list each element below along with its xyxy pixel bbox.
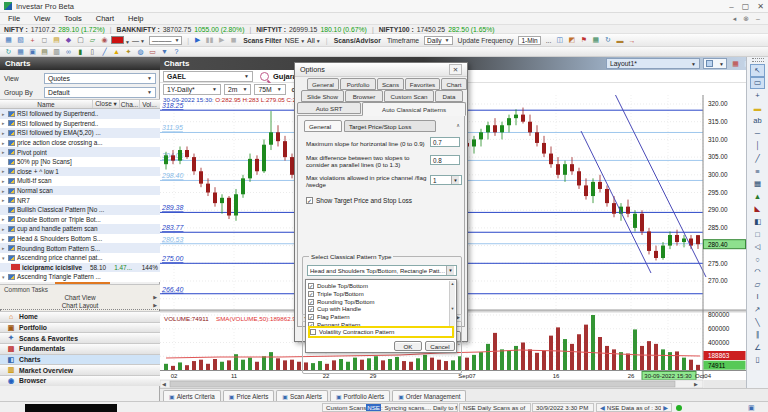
dialog-tab-scans[interactable]: Scans [377, 78, 404, 90]
range-combobox[interactable]: 2m▼ [224, 84, 251, 95]
scroll-left-icon[interactable]: ◂ [733, 15, 737, 23]
dialog-tab-auto-classical-patterns[interactable]: Auto Classical Patterns [362, 102, 466, 116]
bars-combobox[interactable]: 75M▼ [254, 84, 285, 95]
exit-icon[interactable]: → [626, 35, 637, 45]
mail-icon[interactable]: ▭ [147, 47, 158, 56]
scroll-left-icon[interactable]: ◀ [162, 381, 166, 387]
next-icon[interactable]: ▶ [663, 404, 668, 411]
scan-row[interactable]: ▸Head & Shoulders Bottom S... [0, 234, 160, 244]
sidebar-item-fundamentals[interactable]: ▤Fundamentals [0, 343, 160, 354]
drawing-tools-icon[interactable]: + [27, 35, 38, 45]
prev-icon[interactable]: ◀ [600, 404, 605, 411]
scan-row[interactable]: ▸RSI followed by EMA(5,20) ... [0, 128, 160, 138]
stop-icon[interactable]: ◼ [228, 35, 239, 45]
dialog-tab-favorites[interactable]: Favorites [405, 78, 440, 90]
notes-icon[interactable]: ▱ [87, 35, 98, 45]
dropdown-ok-button[interactable]: OK [394, 341, 422, 351]
accounts-icon[interactable]: ◫ [554, 35, 565, 45]
dialog-tab-portfolio[interactable]: Portfolio [340, 78, 376, 90]
menu-chart[interactable]: Chart [96, 14, 114, 23]
toolbar-grip[interactable] [752, 58, 764, 62]
scroll-right-icon[interactable]: ▶ [694, 381, 698, 387]
tab-price-alerts[interactable]: ▣Price Alerts [223, 390, 275, 401]
scroll-right-icon[interactable]: ▶ [457, 315, 460, 320]
crosshair-tool-icon[interactable]: + [750, 89, 765, 102]
channel-tool-icon[interactable]: ◧ [750, 215, 765, 228]
indicator-picker-icon[interactable]: ▤ [51, 35, 62, 45]
sync-icon[interactable]: ↻ [602, 35, 613, 45]
dialog-tab-general[interactable]: General [307, 78, 339, 90]
pattern-scan-tool-icon[interactable]: ▦ [750, 177, 765, 190]
scan-row[interactable]: ▸Multi-tf scan [0, 176, 160, 186]
alert-warning-icon[interactable]: ▲ [111, 47, 122, 56]
column-name[interactable]: Name [0, 100, 93, 108]
arrow-tool-icon[interactable]: ↗ [750, 303, 765, 316]
hscroll-thumb[interactable] [170, 381, 675, 387]
fibonacci-tool-icon[interactable]: ≡ [750, 165, 765, 178]
sidebar-item-charts[interactable]: ◧Charts [0, 354, 160, 365]
layout-combobox[interactable]: Layout1*▼ [606, 58, 700, 69]
dialog-tab-data[interactable]: Data [435, 90, 463, 102]
max-violations-select[interactable]: 1▼ [430, 175, 462, 185]
menu-help[interactable]: Help [128, 14, 143, 23]
calendar-icon[interactable]: ▦ [590, 35, 601, 45]
vline-tool-icon[interactable]: │ [750, 140, 765, 153]
dialog-tab-slide-show[interactable]: Slide Show [301, 90, 344, 102]
sidebar-item-portfolio[interactable]: ▣Portfolio [0, 322, 160, 333]
ellipse-tool-icon[interactable]: ○ [750, 253, 765, 266]
user-add-icon[interactable]: ◩ [566, 35, 577, 45]
dialog-tab-browser[interactable]: Browser [345, 90, 383, 102]
sidebar-item-scans-favorites[interactable]: ✦Scans & Favorites [0, 332, 160, 343]
scan-row[interactable]: ▾Ascending price channel pat... [0, 253, 160, 263]
text-cursor-tool-icon[interactable]: I [750, 291, 765, 304]
search-icon[interactable] [260, 72, 269, 81]
profile-icon[interactable]: ◉ [99, 35, 110, 45]
scan-row[interactable]: ▾Ascending Triangle Pattern ... [0, 272, 160, 282]
menu-file[interactable]: File [8, 14, 20, 23]
datafeed-icon[interactable]: ▣ [748, 404, 755, 412]
color-swatch-picker[interactable]: ▼ [111, 36, 132, 45]
note-tool-icon[interactable]: ▬ [750, 102, 765, 115]
scan-row[interactable]: ▸Rounding Bottom Pattern S... [0, 243, 160, 253]
close-button[interactable]: ✕ [757, 2, 764, 11]
play-icon[interactable]: ▶ [192, 35, 203, 45]
minimize-button[interactable]: – [729, 2, 733, 11]
sidebar-item-browser[interactable]: ◉Browser [0, 375, 160, 386]
tab-order-management[interactable]: ▣Order Management [392, 390, 466, 401]
subtab-target-price-stop-loss[interactable]: Target Price/Stop Loss [344, 120, 436, 132]
mdi-close-icon[interactable]: ⊗ [743, 15, 749, 23]
timeframe-combobox[interactable]: 1Y-Daily*▼ [163, 84, 221, 95]
wallet-icon[interactable]: ▬ [614, 35, 625, 45]
layout-style-combobox[interactable]: ▼ [703, 58, 727, 69]
print-icon[interactable]: ▥ [51, 47, 62, 56]
scan-row[interactable]: ▸RSI followed by Supertrend.. [0, 109, 160, 119]
zoom-tools-icon[interactable]: ◻ [39, 35, 50, 45]
grid-toggle-icon[interactable]: ▢ [75, 35, 86, 45]
scan-row[interactable]: ▸cup and handle pattern scan [0, 224, 160, 234]
flag-alert-icon[interactable]: ⚑ [578, 35, 589, 45]
scan-row[interactable]: ▸Pivot point [0, 147, 160, 157]
tab-scan-alerts[interactable]: ▣Scan Alerts [276, 390, 328, 401]
chart-layout-link[interactable]: Chart Layout▶ [0, 301, 160, 309]
menu-view[interactable]: View [34, 14, 50, 23]
tab-portfolio-alerts[interactable]: ▣Portfolio Alerts [330, 390, 390, 401]
dialog-close-button[interactable]: ✕ [449, 64, 462, 75]
refresh-icon[interactable]: ↻ [3, 47, 14, 56]
scan-row[interactable]: Bullish Classical Pattern [No ... [0, 205, 160, 215]
tab-alerts-criteria[interactable]: ▣Alerts Criteria [163, 390, 221, 401]
sidebar-item-home[interactable]: ⌂Home [0, 311, 160, 322]
show-target-checkbox[interactable]: ✓ Show Target Price and Stop Loss [306, 197, 412, 204]
pattern-option-double-top-bottom[interactable]: ✓Double Top/Bottom [308, 282, 448, 290]
view-combobox[interactable]: Quotes▼ [44, 73, 156, 84]
line-view-icon[interactable]: ╱ [99, 47, 110, 56]
dialog-tab-chart[interactable]: Chart [441, 78, 467, 90]
exchange-combobox[interactable]: NSE▼ [285, 37, 307, 44]
chart-gallery-icon[interactable]: ▦ [3, 35, 14, 45]
bearish-pattern-tool-icon[interactable]: ◣ [750, 203, 765, 216]
chart-new-icon[interactable]: ▧ [15, 35, 26, 45]
download-icon[interactable]: ▼ [159, 47, 170, 56]
scan-row[interactable]: ▸NR7 [0, 195, 160, 205]
parallelogram-tool-icon[interactable]: ▱ [750, 278, 765, 291]
save-layout-icon[interactable]: ▣ [27, 47, 38, 56]
globe-icon[interactable]: ◍ [135, 47, 146, 56]
